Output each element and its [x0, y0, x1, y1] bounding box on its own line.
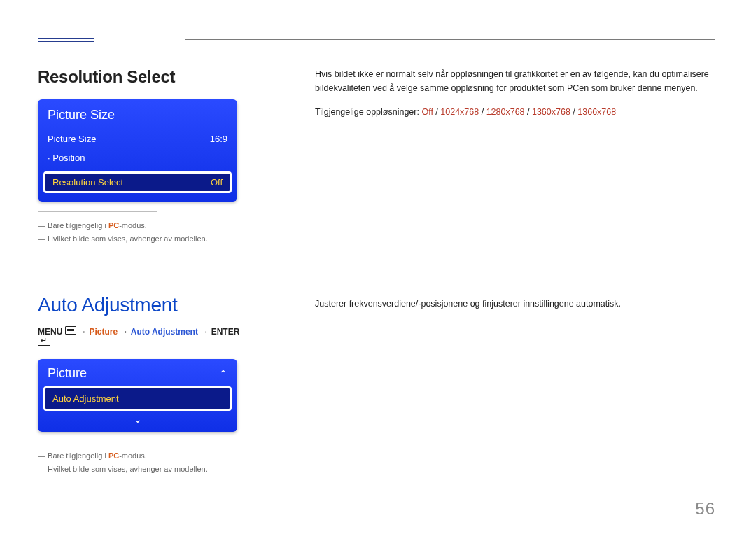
- osd1-row-position[interactable]: · Position: [38, 148, 237, 167]
- pc-text: PC: [108, 221, 119, 230]
- osd1-row3-value: Off: [211, 177, 223, 188]
- section2-body: Justerer frekvensverdiene/-posisjonene o…: [315, 297, 714, 311]
- chevron-up-icon[interactable]: ⌃: [219, 368, 227, 379]
- osd2-title-row: Picture ⌃: [38, 359, 237, 385]
- section1-body: Hvis bildet ikke er normalt selv når opp…: [315, 67, 714, 119]
- res-1366: 1366x768: [578, 107, 616, 117]
- section1-paragraph: Hvis bildet ikke er normalt selv når opp…: [315, 67, 714, 95]
- menu-label: MENU: [38, 327, 62, 337]
- osd2-title: Picture: [48, 366, 87, 381]
- notes-divider: [38, 211, 157, 212]
- res-1280: 1280x768: [486, 107, 525, 117]
- chevron-down-icon[interactable]: ⌄: [38, 412, 237, 426]
- enter-label: ENTER: [211, 327, 240, 337]
- horizontal-rule-top: [185, 39, 715, 40]
- decorative-bars: [38, 38, 94, 45]
- osd1-row1-value: 16:9: [210, 134, 227, 144]
- osd1-row-picture-size[interactable]: Picture Size 16:9: [38, 129, 237, 148]
- notes-divider-2: [38, 442, 157, 442]
- note-pc-mode: ― Bare tilgjengelig i PC-modus.: [38, 219, 248, 232]
- osd-picture: Picture ⌃ Auto Adjustment ⌄: [38, 359, 237, 432]
- note-model: ― Hvilket bilde som vises, avhenger av m…: [38, 232, 248, 246]
- osd1-row1-label: Picture Size: [48, 134, 96, 144]
- menu-icon: [65, 326, 76, 335]
- path-picture: Picture: [89, 327, 118, 337]
- section2-paragraph: Justerer frekvensverdiene/-posisjonene o…: [315, 297, 714, 311]
- menu-path: MENU → Picture → Auto Adjustment → ENTER: [38, 326, 248, 348]
- osd-picture-size: Picture Size Picture Size 16:9 · Positio…: [38, 99, 237, 202]
- page-root: Resolution Select Picture Size Picture S…: [0, 0, 756, 534]
- section2-heading: Auto Adjustment: [38, 294, 248, 316]
- note2-model: ― Hvilket bilde som vises, avhenger av m…: [38, 463, 248, 476]
- osd1-row2-label: · Position: [48, 153, 85, 163]
- osd1-row3-label: Resolution Select: [52, 177, 123, 188]
- path-auto-adjustment: Auto Adjustment: [131, 327, 198, 337]
- section1-heading: Resolution Select: [38, 67, 248, 87]
- enter-icon: [38, 337, 50, 346]
- section2-notes: ― Bare tilgjengelig i PC-modus. ― Hvilke…: [38, 442, 248, 475]
- res-off: Off: [421, 107, 433, 117]
- pc-text-2: PC: [108, 451, 119, 460]
- osd1-row-resolution-select[interactable]: Resolution Select Off: [43, 171, 232, 193]
- note2-pc-mode: ― Bare tilgjengelig i PC-modus.: [38, 449, 248, 463]
- res-1360: 1360x768: [532, 107, 570, 117]
- osd1-title: Picture Size: [38, 99, 237, 129]
- res-1024: 1024x768: [440, 107, 479, 117]
- osd2-row-auto-adjustment[interactable]: Auto Adjustment: [43, 386, 232, 411]
- section1-left: Resolution Select Picture Size Picture S…: [38, 67, 248, 245]
- page-number: 56: [695, 499, 715, 519]
- section2-left: Auto Adjustment MENU → Picture → Auto Ad…: [38, 294, 248, 475]
- section1-notes: ― Bare tilgjengelig i PC-modus. ― Hvilke…: [38, 211, 248, 245]
- resolutions-line: Tilgjengelige oppløsninger: Off / 1024x7…: [315, 105, 714, 119]
